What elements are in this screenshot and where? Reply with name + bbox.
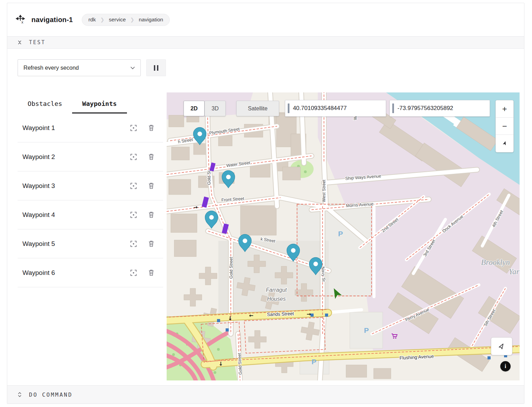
waypoint-label: Waypoint 3	[22, 182, 119, 190]
breadcrumb: rdk ❯ service ❯ navigation	[82, 14, 170, 26]
parking-icon: P	[338, 230, 343, 238]
svg-text:→: →	[307, 311, 311, 317]
focus-waypoint-button[interactable]	[130, 212, 137, 218]
waypoint-row: Waypoint 5	[18, 229, 163, 258]
focus-icon	[130, 212, 137, 218]
longitude-field-container	[390, 100, 490, 117]
trash-icon	[148, 125, 154, 131]
map-zoom-controls: + −	[495, 100, 514, 152]
compass-pointer-icon	[502, 140, 508, 147]
collapse-icon	[17, 40, 22, 45]
focus-waypoint-button[interactable]	[130, 125, 137, 131]
zoom-in-button[interactable]: +	[496, 100, 513, 118]
latitude-input[interactable]	[289, 105, 386, 112]
waypoint-row: Waypoint 2	[18, 142, 163, 171]
focus-waypoint-button[interactable]	[130, 183, 137, 189]
focus-waypoint-button[interactable]	[130, 270, 137, 276]
locate-robot-button[interactable]	[491, 337, 512, 355]
navigation-card: x navigation-1 rdk ❯ service ❯ navigatio…	[7, 3, 524, 404]
focus-icon	[130, 154, 137, 160]
waypoint-label: Waypoint 2	[22, 153, 119, 161]
svg-text:→: →	[193, 204, 198, 211]
trash-icon	[148, 182, 154, 189]
delete-waypoint-button[interactable]	[148, 182, 154, 189]
svg-text:←: ←	[249, 312, 254, 319]
satellite-toggle-button[interactable]: Satellite	[236, 101, 279, 116]
navigation-arrow-icon	[498, 343, 505, 350]
do-command-label: DO COMMAND	[29, 391, 72, 398]
refresh-rate-value: Refresh every second	[23, 64, 130, 71]
parking-icon: P	[364, 326, 369, 334]
movement-sensor-icon: x	[16, 15, 25, 24]
trash-icon	[148, 211, 154, 218]
chevron-right-icon: ❯	[130, 17, 135, 22]
map-3d-button[interactable]: 3D	[205, 101, 226, 116]
focus-icon	[130, 241, 137, 247]
waypoints-panel: Obstacles Waypoints Waypoint 1 Waypoint …	[7, 92, 163, 287]
place-label: Houses	[267, 296, 286, 302]
breadcrumb-item[interactable]: rdk	[88, 17, 96, 23]
street-label: Gold Street	[229, 257, 234, 279]
trash-icon	[148, 153, 154, 160]
do-command-section-header[interactable]: DO COMMAND	[7, 385, 524, 404]
delete-waypoint-button[interactable]	[148, 153, 154, 160]
chevron-down-icon	[130, 67, 135, 69]
test-section-label: TEST	[29, 39, 46, 46]
map-canvas[interactable]: P P P → ← → ↓ ↓	[167, 92, 520, 380]
focus-icon	[130, 270, 137, 276]
trash-icon	[148, 240, 154, 247]
refresh-controls: Refresh every second	[18, 59, 524, 76]
delete-waypoint-button[interactable]	[148, 240, 154, 247]
focus-icon	[130, 125, 137, 131]
svg-text:↓: ↓	[228, 315, 233, 321]
street-label: West Street	[322, 179, 326, 202]
waypoint-row: Waypoint 6	[18, 258, 163, 287]
street-label: Gold St	[207, 170, 211, 185]
compass-tilt-button[interactable]	[496, 135, 513, 152]
longitude-input[interactable]	[394, 105, 490, 112]
test-section-header[interactable]: TEST	[7, 36, 524, 49]
breadcrumb-item[interactable]: service	[109, 17, 126, 23]
waypoint-label: Waypoint 5	[22, 240, 119, 248]
street-label: Sands Street	[267, 311, 294, 317]
area-label: Brooklyn	[481, 258, 510, 267]
delete-waypoint-button[interactable]	[148, 269, 154, 276]
tab-obstacles[interactable]: Obstacles	[18, 100, 72, 113]
map-2d-button[interactable]: 2D	[184, 101, 205, 116]
parking-icon: P	[312, 358, 316, 366]
panel-tabs: Obstacles Waypoints	[18, 100, 163, 113]
focus-waypoint-button[interactable]	[130, 241, 137, 247]
svg-text:x: x	[21, 20, 23, 24]
latitude-field-container	[285, 100, 386, 117]
waypoint-label: Waypoint 4	[22, 211, 119, 219]
waypoint-label: Waypoint 6	[22, 269, 119, 277]
focus-icon	[130, 183, 137, 189]
waypoint-row: Waypoint 3	[18, 171, 163, 200]
pause-refresh-button[interactable]	[146, 59, 166, 76]
delete-waypoint-button[interactable]	[148, 211, 154, 218]
waypoint-label: Waypoint 1	[22, 124, 119, 132]
area-label: Yar	[509, 267, 520, 276]
waypoint-row: Waypoint 4	[18, 200, 163, 229]
focus-waypoint-button[interactable]	[130, 154, 137, 160]
place-label: Farragut	[266, 287, 287, 293]
street-label: Navy St	[321, 266, 326, 282]
tab-waypoints[interactable]: Waypoints	[72, 100, 127, 113]
pause-icon	[154, 65, 155, 71]
refresh-rate-select[interactable]: Refresh every second	[18, 59, 141, 76]
navigation-map[interactable]: P P P → ← → ↓ ↓	[167, 92, 520, 380]
page-title: navigation-1	[31, 16, 73, 24]
zoom-out-button[interactable]: −	[496, 118, 513, 135]
breadcrumb-item[interactable]: navigation	[139, 17, 163, 23]
svg-text:↓: ↓	[219, 361, 223, 367]
expand-icon	[17, 392, 22, 397]
header: x navigation-1 rdk ❯ service ❯ navigatio…	[7, 3, 524, 36]
attribution-info-button[interactable]: i	[500, 361, 511, 371]
delete-waypoint-button[interactable]	[148, 125, 154, 131]
chevron-right-icon: ❯	[100, 17, 105, 22]
waypoint-row: Waypoint 1	[18, 113, 163, 142]
trash-icon	[148, 269, 154, 276]
